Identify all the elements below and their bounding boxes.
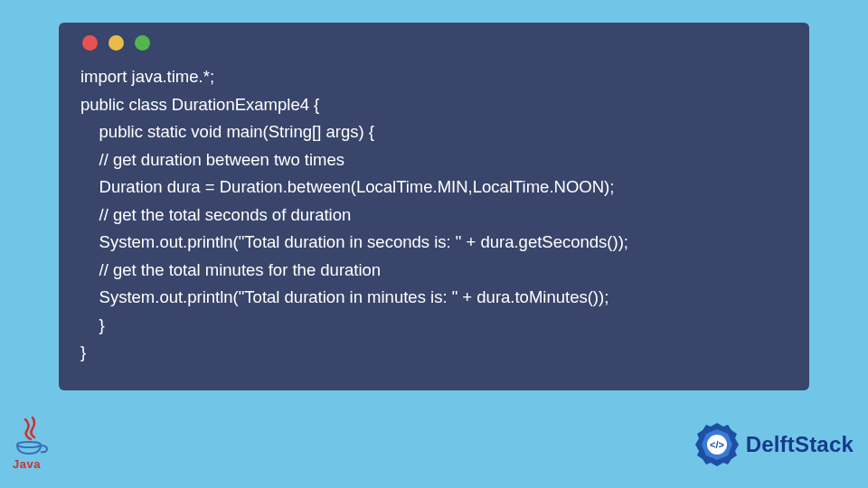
svg-point-0 <box>17 442 41 447</box>
java-cup-icon <box>13 416 49 457</box>
delftstack-gear-icon: </> <box>693 421 741 468</box>
minimize-icon[interactable] <box>108 35 124 51</box>
java-logo-label: Java <box>13 457 52 471</box>
code-window: import java.time.*; public class Duratio… <box>59 23 809 390</box>
java-logo: Java <box>13 416 52 472</box>
close-icon[interactable] <box>82 35 98 51</box>
window-titlebar <box>59 23 809 60</box>
delftstack-label: DelftStack <box>746 432 854 457</box>
code-block: import java.time.*; public class Duratio… <box>59 60 809 374</box>
delftstack-logo: </> DelftStack <box>693 421 854 468</box>
maximize-icon[interactable] <box>135 35 150 51</box>
svg-text:</>: </> <box>710 439 724 450</box>
